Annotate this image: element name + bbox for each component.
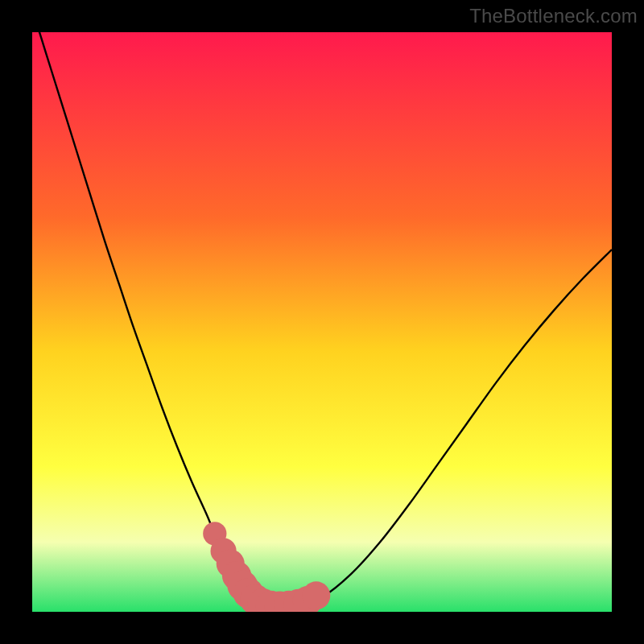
- watermark-text: TheBottleneck.com: [469, 5, 638, 27]
- plot-area: [32, 32, 612, 612]
- chart-frame: TheBottleneck.com: [0, 0, 644, 644]
- highlight-dot: [302, 581, 330, 609]
- gradient-background: [32, 32, 612, 612]
- chart-svg: [32, 32, 612, 612]
